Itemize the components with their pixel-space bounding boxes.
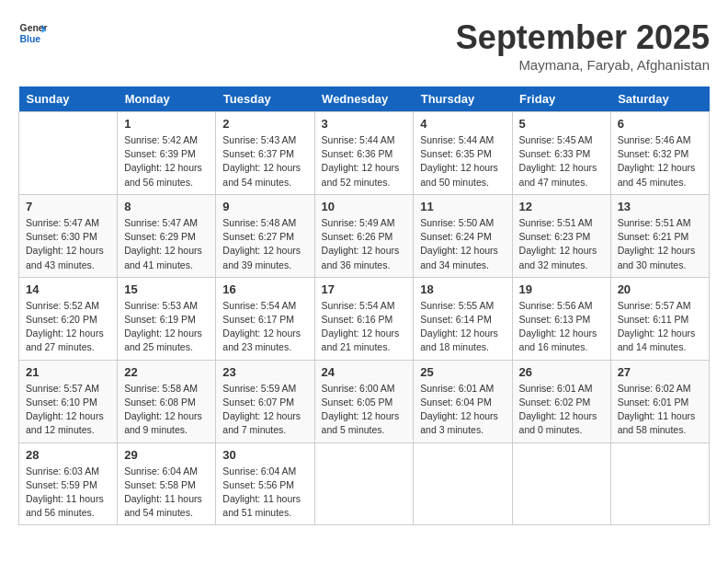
day-number: 13 [618,200,702,213]
day-info: Sunrise: 5:50 AMSunset: 6:24 PMDaylight:… [420,216,505,272]
logo: General Blue [18,18,48,48]
calendar-cell: 1Sunrise: 5:42 AMSunset: 6:39 PMDaylight… [118,112,216,195]
day-info: Sunrise: 5:48 AMSunset: 6:27 PMDaylight:… [222,216,307,272]
day-info: Sunrise: 5:47 AMSunset: 6:30 PMDaylight:… [26,216,110,272]
day-number: 16 [222,282,307,296]
weekday-header-thursday: Thursday [414,86,512,112]
day-number: 7 [26,200,110,213]
calendar-cell: 5Sunrise: 5:45 AMSunset: 6:33 PMDaylight… [512,112,610,195]
calendar-cell: 6Sunrise: 5:46 AMSunset: 6:32 PMDaylight… [610,112,709,195]
day-info: Sunrise: 5:54 AMSunset: 6:17 PMDaylight:… [222,299,307,355]
day-number: 25 [420,365,505,379]
month-title: September 2025 [456,18,710,57]
calendar-cell: 12Sunrise: 5:51 AMSunset: 6:23 PMDayligh… [512,194,610,277]
calendar-cell: 14Sunrise: 5:52 AMSunset: 6:20 PMDayligh… [19,277,118,360]
calendar-cell: 19Sunrise: 5:56 AMSunset: 6:13 PMDayligh… [512,277,610,360]
day-info: Sunrise: 5:46 AMSunset: 6:32 PMDaylight:… [618,133,702,190]
day-info: Sunrise: 5:55 AMSunset: 6:14 PMDaylight:… [420,299,505,355]
calendar-cell [512,442,610,525]
calendar-cell: 15Sunrise: 5:53 AMSunset: 6:19 PMDayligh… [118,277,216,360]
day-number: 27 [618,365,702,379]
calendar-cell: 25Sunrise: 6:01 AMSunset: 6:04 PMDayligh… [414,360,512,442]
day-info: Sunrise: 6:04 AMSunset: 5:56 PMDaylight:… [222,465,307,521]
day-info: Sunrise: 5:57 AMSunset: 6:10 PMDaylight:… [26,382,110,438]
calendar-cell: 11Sunrise: 5:50 AMSunset: 6:24 PMDayligh… [414,194,512,277]
day-info: Sunrise: 5:57 AMSunset: 6:11 PMDaylight:… [618,299,702,355]
day-info: Sunrise: 5:53 AMSunset: 6:19 PMDaylight:… [124,299,209,355]
day-number: 23 [222,365,307,379]
calendar-cell: 21Sunrise: 5:57 AMSunset: 6:10 PMDayligh… [19,360,118,442]
location-subtitle: Maymana, Faryab, Afghanistan [456,57,710,73]
calendar-cell: 2Sunrise: 5:43 AMSunset: 6:37 PMDaylight… [216,112,314,195]
weekday-header-friday: Friday [512,86,610,112]
calendar-cell: 24Sunrise: 6:00 AMSunset: 6:05 PMDayligh… [314,360,414,442]
day-number: 2 [222,117,307,131]
calendar-cell: 9Sunrise: 5:48 AMSunset: 6:27 PMDaylight… [216,194,314,277]
day-number: 28 [26,448,110,462]
weekday-header-saturday: Saturday [610,86,709,112]
weekday-header-sunday: Sunday [19,86,118,112]
day-number: 12 [519,200,604,213]
day-info: Sunrise: 5:58 AMSunset: 6:08 PMDaylight:… [124,382,209,438]
day-info: Sunrise: 6:03 AMSunset: 5:59 PMDaylight:… [26,465,110,521]
svg-text:Blue: Blue [20,34,41,44]
calendar-table: SundayMondayTuesdayWednesdayThursdayFrid… [18,86,710,525]
day-number: 29 [124,448,209,462]
day-info: Sunrise: 5:44 AMSunset: 6:35 PMDaylight:… [420,133,505,190]
day-number: 9 [222,200,307,213]
day-number: 1 [124,117,209,131]
calendar-cell: 27Sunrise: 6:02 AMSunset: 6:01 PMDayligh… [610,360,709,442]
weekday-header-monday: Monday [118,86,216,112]
day-number: 30 [222,448,307,462]
day-info: Sunrise: 5:45 AMSunset: 6:33 PMDaylight:… [519,133,604,190]
day-info: Sunrise: 6:00 AMSunset: 6:05 PMDaylight:… [322,382,407,438]
day-number: 17 [322,282,407,296]
calendar-cell: 13Sunrise: 5:51 AMSunset: 6:21 PMDayligh… [610,194,709,277]
day-info: Sunrise: 6:02 AMSunset: 6:01 PMDaylight:… [618,382,702,438]
calendar-cell: 23Sunrise: 5:59 AMSunset: 6:07 PMDayligh… [216,360,314,442]
calendar-cell [610,442,709,525]
day-number: 18 [420,282,505,296]
day-info: Sunrise: 5:51 AMSunset: 6:21 PMDaylight:… [618,216,702,272]
day-number: 15 [124,282,209,296]
weekday-header-tuesday: Tuesday [216,86,314,112]
weekday-header-wednesday: Wednesday [314,86,414,112]
day-info: Sunrise: 5:51 AMSunset: 6:23 PMDaylight:… [519,216,604,272]
day-info: Sunrise: 5:56 AMSunset: 6:13 PMDaylight:… [519,299,604,355]
calendar-cell: 3Sunrise: 5:44 AMSunset: 6:36 PMDaylight… [314,112,414,195]
calendar-cell: 28Sunrise: 6:03 AMSunset: 5:59 PMDayligh… [19,442,118,525]
day-info: Sunrise: 5:42 AMSunset: 6:39 PMDaylight:… [124,133,209,190]
day-number: 20 [618,282,702,296]
calendar-cell: 17Sunrise: 5:54 AMSunset: 6:16 PMDayligh… [314,277,414,360]
day-number: 19 [519,282,604,296]
day-info: Sunrise: 6:01 AMSunset: 6:04 PMDaylight:… [420,382,505,438]
day-info: Sunrise: 6:04 AMSunset: 5:58 PMDaylight:… [124,465,209,521]
day-number: 5 [519,117,604,131]
day-info: Sunrise: 5:43 AMSunset: 6:37 PMDaylight:… [222,133,307,190]
day-info: Sunrise: 5:52 AMSunset: 6:20 PMDaylight:… [26,299,110,355]
day-info: Sunrise: 5:44 AMSunset: 6:36 PMDaylight:… [322,133,407,190]
calendar-cell: 7Sunrise: 5:47 AMSunset: 6:30 PMDaylight… [19,194,118,277]
calendar-cell: 22Sunrise: 5:58 AMSunset: 6:08 PMDayligh… [118,360,216,442]
calendar-cell: 16Sunrise: 5:54 AMSunset: 6:17 PMDayligh… [216,277,314,360]
day-info: Sunrise: 5:49 AMSunset: 6:26 PMDaylight:… [322,216,407,272]
calendar-cell: 30Sunrise: 6:04 AMSunset: 5:56 PMDayligh… [216,442,314,525]
title-block: September 2025 Maymana, Faryab, Afghanis… [456,18,710,73]
day-info: Sunrise: 6:01 AMSunset: 6:02 PMDaylight:… [519,382,604,438]
day-number: 11 [420,200,505,213]
calendar-cell: 29Sunrise: 6:04 AMSunset: 5:58 PMDayligh… [118,442,216,525]
day-number: 24 [322,365,407,379]
calendar-cell: 4Sunrise: 5:44 AMSunset: 6:35 PMDaylight… [414,112,512,195]
calendar-cell [314,442,414,525]
calendar-cell: 18Sunrise: 5:55 AMSunset: 6:14 PMDayligh… [414,277,512,360]
day-number: 4 [420,117,505,131]
calendar-cell [19,112,118,195]
calendar-cell: 10Sunrise: 5:49 AMSunset: 6:26 PMDayligh… [314,194,414,277]
day-info: Sunrise: 5:47 AMSunset: 6:29 PMDaylight:… [124,216,209,272]
calendar-cell: 8Sunrise: 5:47 AMSunset: 6:29 PMDaylight… [118,194,216,277]
day-number: 6 [618,117,702,131]
calendar-cell [414,442,512,525]
logo-icon: General Blue [18,18,48,48]
day-number: 21 [26,365,110,379]
day-number: 26 [519,365,604,379]
